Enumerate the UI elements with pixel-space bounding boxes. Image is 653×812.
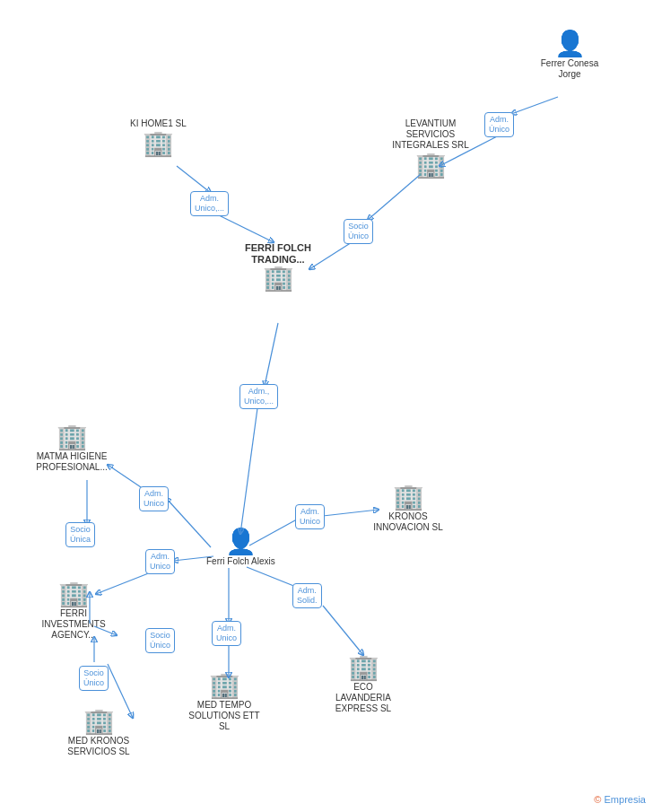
ferrer-conesa-label: Ferrer Conesa Jorge — [534, 58, 605, 80]
med-kronos-label: MED KRONOS SERVICIOS SL — [63, 736, 135, 757]
badge-socio-unico-investments: SocioÚnico — [145, 628, 175, 653]
badge-socio-unico-levantium: SocioÚnico — [344, 219, 373, 244]
svg-line-7 — [240, 408, 257, 534]
med-kronos-node: 🏢 MED KRONOS SERVICIOS SL — [63, 709, 135, 757]
ferrer-conesa-node: 👤 Ferrer Conesa Jorge — [534, 31, 605, 80]
matma-higiene-node: 🏢 MATMA HIGIENE PROFESIONAL... — [36, 424, 108, 473]
ferri-folch-trading-label: FERRI FOLCH TRADING... — [242, 242, 314, 266]
person-icon-alexis: 👤 — [225, 529, 257, 554]
badge-adm-unico-kronos: Adm.Unico — [295, 504, 325, 529]
watermark: © Empresia — [594, 794, 646, 805]
svg-line-8 — [166, 498, 211, 547]
badge-adm-unico-trading: Adm.,Unico,... — [239, 384, 278, 409]
kronos-innovacion-label: KRONOS INNOVACION SL — [372, 511, 444, 533]
eco-lavanderia-node: 🏢 ECO LAVANDERIA EXPRESS SL — [327, 655, 399, 714]
building-icon-kronos: 🏢 — [393, 485, 424, 510]
kronos-innovacion-node: 🏢 KRONOS INNOVACION SL — [372, 485, 444, 533]
svg-line-0 — [511, 97, 558, 114]
copyright-symbol: © — [594, 794, 601, 805]
building-icon: 🏢 — [415, 153, 447, 178]
svg-line-6 — [265, 323, 278, 386]
svg-line-9 — [108, 465, 144, 489]
badge-socio-unico-matma: SocioÚnica — [65, 522, 95, 547]
svg-line-12 — [323, 510, 379, 516]
badge-adm-unico-alexis: Adm.Unico — [145, 549, 175, 574]
building-icon-trading: 🏢 — [263, 266, 294, 291]
badge-adm-unico-ki: Adm.Unico,... — [190, 191, 229, 216]
ki-home1-node: KI HOME1 SL 🏢 — [130, 117, 187, 156]
person-icon: 👤 — [554, 31, 586, 57]
med-tempo-node: 🏢 MED TEMPO SOLUTIONS ETT SL — [188, 673, 260, 732]
building-icon-eco: 🏢 — [348, 655, 379, 680]
watermark-text: Empresia — [605, 794, 646, 805]
badge-adm-unico-matma: Adm.Unico — [139, 486, 169, 511]
med-tempo-label: MED TEMPO SOLUTIONS ETT SL — [188, 700, 260, 732]
ferri-folch-alexis-node: 👤 Ferri Folch Alexis — [206, 529, 275, 567]
badge-socio-unico-med: SocioÚnico — [79, 666, 109, 691]
badge-adm-unico-med: Adm.Unico — [212, 621, 241, 646]
building-icon-med-tempo: 🏢 — [209, 673, 240, 698]
svg-line-3 — [368, 175, 420, 220]
badge-adm-solid: Adm.Solid. — [292, 583, 322, 608]
svg-line-16 — [323, 606, 363, 655]
ferri-folch-trading-node: FERRI FOLCH TRADING... 🏢 — [242, 240, 314, 291]
ki-home1-label: KI HOME1 SL — [130, 118, 187, 129]
building-icon-ki: 🏢 — [143, 131, 174, 156]
ferri-investments-label: FERRI INVESTMENTS AGENCY... — [38, 608, 109, 641]
levantium-label: LEVANTIUM SERVICIOS INTEGRALES SRL — [390, 118, 471, 151]
eco-lavanderia-label: ECO LAVANDERIA EXPRESS SL — [327, 682, 399, 714]
svg-line-4 — [177, 166, 211, 193]
matma-higiene-label: MATMA HIGIENE PROFESIONAL... — [36, 451, 108, 473]
ferri-folch-alexis-label: Ferri Folch Alexis — [206, 556, 275, 567]
building-icon-med-kronos: 🏢 — [83, 709, 115, 734]
levantium-node: LEVANTIUM SERVICIOS INTEGRALES SRL 🏢 — [390, 117, 471, 178]
building-icon-matma: 🏢 — [57, 424, 88, 450]
ferri-investments-node: 🏢 FERRI INVESTMENTS AGENCY... — [38, 581, 109, 641]
building-icon-investments: 🏢 — [58, 581, 90, 607]
badge-adm-unico-ferrer: Adm.Único — [484, 112, 514, 137]
svg-line-5 — [215, 214, 274, 242]
